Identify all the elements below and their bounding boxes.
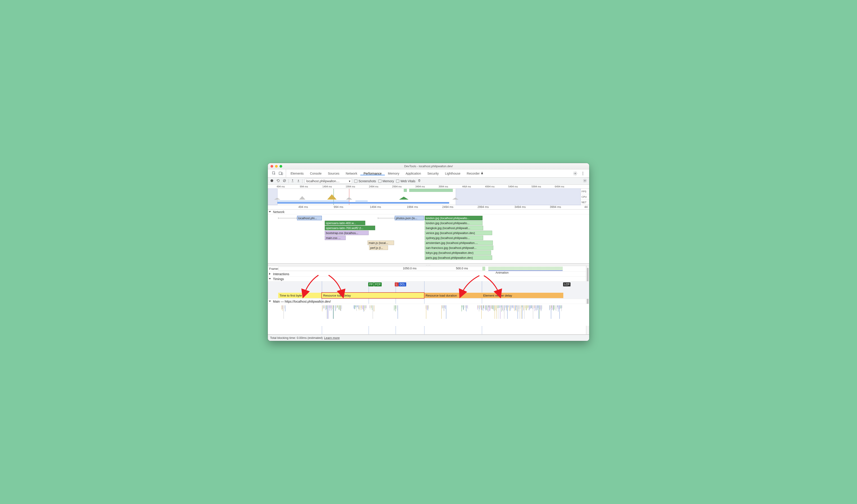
flask-icon [481, 171, 484, 175]
statusbar: Total blocking time: 0.00ms (estimated) … [268, 335, 589, 341]
svg-marker-11 [327, 195, 337, 200]
capture-settings-icon[interactable] [583, 179, 587, 183]
overview-tick: 4994 ms [485, 185, 494, 188]
network-request-bar[interactable]: san-francisco.jpg (localhost.philipwalt.… [425, 246, 493, 250]
timings-track-header[interactable]: Timings [268, 276, 589, 281]
clear-icon[interactable] [283, 179, 286, 183]
ruler-tick: 3994 ms [550, 205, 561, 208]
ruler-tick: 494 ms [299, 205, 308, 208]
network-track[interactable]: localhost.phi...opensans-latin-400.w...o… [268, 215, 589, 264]
window-title: DevTools - localhost.philipwalton.dev/ [268, 165, 589, 168]
network-request-bar[interactable]: main.js (local... [368, 240, 394, 245]
overview-tick: 494 ms [276, 185, 285, 188]
network-request-bar[interactable]: sydney.jpg (localhost.philipwalto... [425, 236, 483, 240]
tab-elements[interactable]: Elements [287, 171, 307, 175]
overview-tracks[interactable] [268, 189, 581, 205]
main-track-label: Main — https://localhost.philipwalton.de… [273, 300, 331, 303]
overview-timeline[interactable]: 494 ms994 ms1494 ms1994 ms2494 ms2994 ms… [268, 185, 589, 205]
network-request-bar[interactable]: london.jpg (localhost.philipwalto... [425, 221, 483, 225]
more-icon[interactable] [581, 171, 585, 176]
section-network-header[interactable]: Network [268, 209, 589, 215]
network-request-bar[interactable]: paris.jpg (localhost.philipwalton.dev) [425, 255, 492, 260]
profile-target-select[interactable]: localhost.philipwalton.... ▾ [305, 179, 352, 184]
tab-recorder-label: Recorder [467, 172, 480, 175]
learn-more-link[interactable]: Learn more [324, 336, 340, 339]
inspect-element-icon[interactable] [272, 171, 276, 176]
checkbox-screenshots-label: Screenshots [358, 179, 376, 183]
network-request-bar[interactable]: bootstrap.css (localhos... [325, 231, 369, 235]
network-request-bar[interactable]: london.jpg (localhost.philipwalto... [425, 216, 483, 220]
svg-marker-10 [299, 196, 305, 200]
overview-tick: 5994 ms [532, 185, 541, 188]
splitter-handle[interactable]: ··· [268, 264, 589, 266]
phase-element-render-delay: Element render delay [482, 293, 563, 298]
reload-icon[interactable] [276, 179, 280, 183]
svg-marker-9 [274, 198, 281, 200]
timings-track[interactable]: FP FCP L DCL LCP Time to first byte Reso… [268, 281, 589, 299]
checkbox-memory[interactable]: Memory [378, 179, 394, 183]
svg-point-3 [583, 172, 583, 172]
tab-memory[interactable]: Memory [385, 171, 403, 175]
ruler-tick: 2494 ms [442, 205, 453, 208]
save-profile-icon[interactable] [297, 179, 300, 183]
svg-marker-12 [346, 197, 352, 200]
settings-icon[interactable] [573, 171, 577, 176]
tab-recorder[interactable]: Recorder [464, 171, 487, 175]
devtools-window: DevTools - localhost.philipwalton.dev/ E… [268, 163, 589, 341]
frame-time-2: 500.0 ms [456, 267, 468, 270]
phase-resource-load-delay: Resource load delay [322, 293, 424, 298]
phase-ttfb: Time to first byte [278, 293, 322, 298]
overview-tick: 3994 ms [439, 185, 448, 188]
flame-chart[interactable]: Frames 1050.0 ms 500.0 ms Animation Inte… [268, 266, 589, 335]
network-request-bar[interactable]: venice.jpg (localhost.philipwalton.dev) [425, 231, 492, 235]
overview-tick: 44|4 ms [462, 185, 471, 188]
main-track[interactable] [268, 304, 589, 326]
disclosure-triangle-icon [269, 211, 272, 213]
main-ruler[interactable]: 494 ms994 ms1494 ms1994 ms2494 ms2994 ms… [268, 205, 589, 209]
load-profile-icon[interactable] [291, 179, 294, 183]
timings-label: Timings [273, 277, 284, 281]
tab-sources[interactable]: Sources [325, 171, 342, 175]
section-network-label: Network [273, 210, 284, 214]
timing-dcl-badge: DCL [399, 282, 406, 286]
network-request-bar[interactable]: localhost.phi... [297, 216, 322, 220]
timing-lcp-badge: LCP [563, 282, 571, 286]
interactions-label: Interactions [273, 272, 289, 276]
network-request-bar[interactable]: tokyo.jpg (localhost.philipwalton.dev) [425, 250, 491, 255]
network-request-bar[interactable]: opensans-latin-700.woff2 (l... [325, 226, 375, 230]
tab-performance[interactable]: Performance [360, 171, 385, 175]
ruler-tick: 994 ms [334, 205, 343, 208]
network-request-bar[interactable]: opensans-latin-400.w... [325, 221, 365, 225]
frames-track[interactable]: Frames 1050.0 ms 500.0 ms Animation [268, 266, 589, 271]
timing-l-badge: L [395, 282, 399, 286]
record-icon[interactable] [270, 179, 274, 183]
svg-marker-14 [452, 198, 459, 200]
network-request-bar[interactable]: amsterdam.jpg (localhost.philipwalton...… [425, 240, 493, 245]
network-request-bar[interactable]: photos.json (lo... [395, 216, 424, 220]
overview-tick: 994 ms [300, 185, 308, 188]
interactions-track[interactable]: Interactions [268, 271, 589, 276]
svg-point-2 [575, 173, 576, 174]
checkbox-web-vitals[interactable]: Web Vitals [396, 179, 415, 183]
chevron-down-icon: ▾ [349, 179, 350, 183]
timing-fcp-badge: FCP [374, 282, 382, 286]
svg-point-6 [270, 179, 273, 182]
trash-icon[interactable] [418, 179, 421, 183]
tab-console[interactable]: Console [307, 171, 324, 175]
tab-security[interactable]: Security [424, 171, 442, 175]
checkbox-screenshots[interactable]: Screenshots [354, 179, 376, 183]
main-track-header[interactable]: Main — https://localhost.philipwalton.de… [268, 299, 589, 304]
network-request-bar[interactable]: bangkok.jpg (localhost.philipwalt... [425, 226, 483, 230]
animation-label: Animation [495, 271, 509, 274]
ruler-tick: 3494 ms [515, 205, 526, 208]
tab-network[interactable]: Network [342, 171, 360, 175]
performance-content: 494 ms994 ms1494 ms1994 ms2494 ms2994 ms… [268, 185, 589, 335]
overview-tick: 6494 ms [555, 185, 564, 188]
tab-application[interactable]: Application [402, 171, 424, 175]
network-request-bar[interactable]: main.css ... [325, 236, 346, 240]
device-toolbar-icon[interactable] [279, 171, 283, 176]
overview-cpu-label: CPU [581, 194, 589, 200]
tab-lighthouse[interactable]: Lighthouse [442, 171, 464, 175]
timing-fp-badge: FP [368, 282, 374, 286]
network-request-bar[interactable]: perf.js (l... [369, 246, 388, 250]
